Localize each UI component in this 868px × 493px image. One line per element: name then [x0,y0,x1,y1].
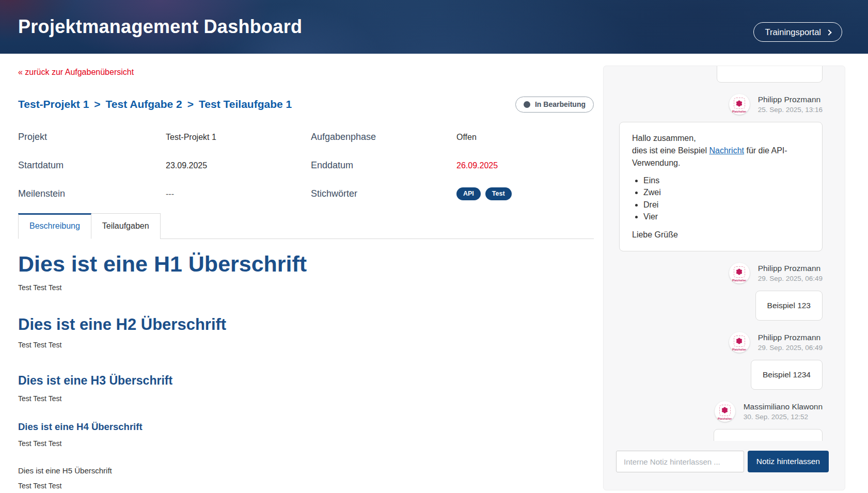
comments-scroll-area[interactable]: Platzhalter Philipp Prozmann 25. Sep. 20… [604,66,845,441]
status-badge: In Bearbeitung [515,97,594,113]
note-composer: Notiz hinterlassen [616,451,829,472]
avatar: Platzhalter [729,94,750,115]
breadcrumb-separator: > [187,98,194,110]
list-item: Drei [643,199,810,211]
message-author: Philipp Prozmann [758,95,823,104]
breadcrumb-item-subtask[interactable]: Test Teilaufgabe 1 [199,98,292,110]
detail-tabs: Beschreibung Teilaufgaben [18,213,594,239]
placeholder-frame-icon [734,98,745,109]
description-h1-body: Test Test Test [18,283,594,292]
message-timestamp: 25. Sep. 2025, 13:16 [758,106,823,114]
message-bubble: Beispiel 1234 [751,360,823,390]
page-title: Projektmanagement Dashboard [18,16,302,38]
breadcrumb: Test-Projekt 1 > Test Aufgabe 2 > Test T… [18,98,292,110]
message-timestamp: 29. Sep. 2025, 06:49 [758,275,823,282]
placeholder-frame-icon [734,336,745,347]
field-label-stichwoerter: Stichwörter [311,188,456,199]
description-h5-body: Test Test Test [18,482,594,490]
field-label-enddatum: Enddatum [311,160,456,171]
message-author: Philipp Prozmann [758,333,823,342]
field-value-aufgabenphase: Offen [456,133,594,142]
truncated-message-bubble [717,66,823,83]
message-text: dies ist eine Beispiel [632,146,709,155]
description-h5: Dies ist eine H5 Überschrift [18,466,594,475]
placeholder-frame-icon [719,405,731,416]
keyword-tags: API Test [456,187,594,200]
avatar-placeholder-label: Platzhalter [729,348,750,351]
tab-teilaufgaben[interactable]: Teilaufgaben [91,213,161,239]
message-bubble: Beispiel 123 [755,291,823,321]
avatar-placeholder-label: Platzhalter [729,279,750,282]
description-h2-body: Test Test Test [18,341,594,349]
avatar: Platzhalter [729,332,750,353]
breadcrumb-row: Test-Projekt 1 > Test Aufgabe 2 > Test T… [18,95,594,114]
message-author: Massimiliano Klawonn [744,402,823,411]
keyword-tag-api: API [456,187,481,200]
flower-icon [736,268,743,275]
message-bullet-list: Eins Zwei Drei Vier [635,175,810,223]
keyword-tag-test: Test [485,187,512,200]
avatar-placeholder-label: Platzhalter [715,417,735,420]
breadcrumb-item-project[interactable]: Test-Projekt 1 [18,98,89,110]
status-badge-label: In Bearbeitung [535,100,586,108]
message-author-block: Philipp Prozmann 25. Sep. 2025, 13:16 [758,95,823,114]
comments-panel: Platzhalter Philipp Prozmann 25. Sep. 20… [603,66,845,490]
description-content: Dies ist eine H1 Überschrift Test Test T… [18,240,594,490]
tab-beschreibung[interactable]: Beschreibung [18,213,91,239]
message-author: Philipp Prozmann [758,264,823,273]
description-h3: Dies ist eine H3 Überschrift [18,374,594,388]
field-label-startdatum: Startdatum [18,160,166,171]
field-label-projekt: Projekt [18,132,166,142]
message-line: Hallo zusammen, [632,132,810,145]
message-timestamp: 30. Sep. 2025, 12:52 [744,413,823,421]
status-dot-icon [524,101,530,108]
app-header: Projektmanagement Dashboard Trainingspor… [0,0,868,54]
back-to-task-overview-link[interactable]: « zurück zur Aufgabenübersicht [18,68,134,77]
description-h3-body: Test Test Test [18,394,594,403]
chevron-right-icon [826,29,831,35]
description-h1: Dies ist eine H1 Überschrift [18,251,594,277]
flower-icon [736,338,743,344]
description-h4: Dies ist eine H4 Überschrift [18,421,594,433]
breadcrumb-item-task[interactable]: Test Aufgabe 2 [106,98,182,110]
message-header: Platzhalter Philipp Prozmann 25. Sep. 20… [619,94,823,115]
message-bubble-rich: Hallo zusammen, dies ist eine Beispiel N… [619,122,823,251]
trainingsportal-button-label: Trainingsportal [765,27,821,37]
message-header: Platzhalter Massimiliano Klawonn 30. Sep… [619,401,823,422]
field-value-projekt: Test-Projekt 1 [166,133,311,142]
internal-note-input[interactable] [616,451,744,472]
message-author-block: Philipp Prozmann 29. Sep. 2025, 06:49 [758,333,823,352]
flower-icon [736,100,743,107]
message-header: Platzhalter Philipp Prozmann 29. Sep. 20… [619,332,823,353]
field-value-startdatum: 23.09.2025 [166,161,311,170]
message-line: dies ist eine Beispiel Nachricht für die… [632,145,810,169]
field-value-meilenstein: --- [166,189,311,199]
list-item: Eins [643,175,810,186]
flower-icon [721,407,728,414]
avatar: Platzhalter [715,401,735,422]
submit-note-button[interactable]: Notiz hinterlassen [748,451,829,472]
trainingsportal-button[interactable]: Trainingsportal [753,22,842,42]
breadcrumb-separator: > [94,98,100,110]
message-timestamp: 29. Sep. 2025, 06:49 [758,344,823,352]
message-bubble: Aufgabe xyz ist erledigt. [714,429,823,441]
nachricht-link[interactable]: Nachricht [709,146,744,155]
message-author-block: Philipp Prozmann 29. Sep. 2025, 06:49 [758,264,823,282]
list-item: Vier [643,211,810,222]
message-closing: Liebe Grüße [632,229,810,241]
avatar-placeholder-label: Platzhalter [729,110,750,113]
description-h2: Dies ist eine H2 Überschrift [18,315,594,334]
list-item: Zwei [643,187,810,198]
task-detail-fields: Projekt Test-Projekt 1 Aufgabenphase Off… [18,123,594,208]
message-header: Platzhalter Philipp Prozmann 29. Sep. 20… [619,263,823,283]
field-label-aufgabenphase: Aufgabenphase [311,132,456,142]
field-label-meilenstein: Meilenstein [18,188,166,199]
message-author-block: Massimiliano Klawonn 30. Sep. 2025, 12:5… [744,402,823,421]
avatar: Platzhalter [729,263,750,283]
field-value-enddatum: 26.09.2025 [456,161,594,170]
description-h4-body: Test Test Test [18,439,594,448]
placeholder-frame-icon [734,266,745,278]
